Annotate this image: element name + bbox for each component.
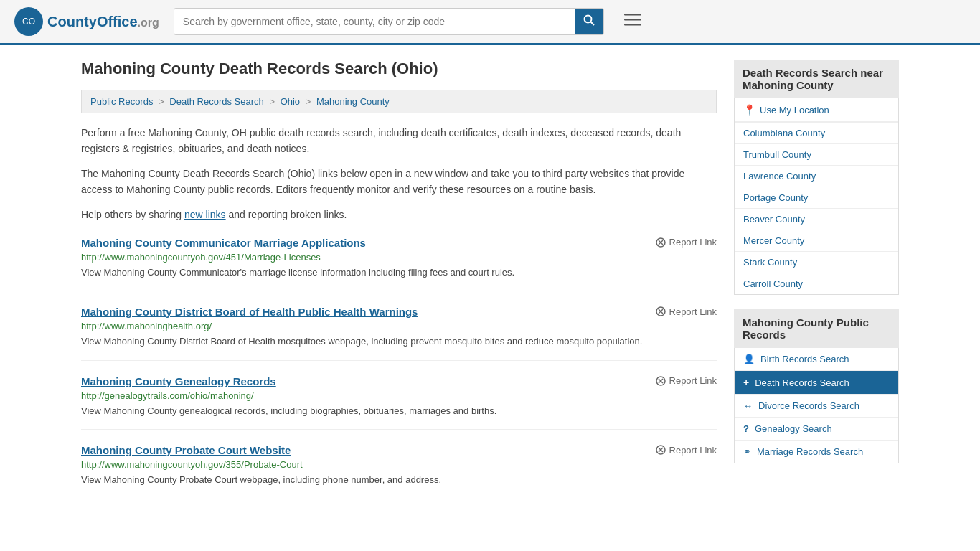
breadcrumb-death-records[interactable]: Death Records Search xyxy=(169,96,264,107)
report-icon xyxy=(655,444,666,456)
svg-point-2 xyxy=(584,16,591,23)
use-my-location-btn[interactable]: 📍 Use My Location xyxy=(735,98,898,122)
breadcrumb-ohio[interactable]: Ohio xyxy=(281,96,300,107)
logo-text: CountyOffice.org xyxy=(47,14,159,30)
hamburger-icon xyxy=(624,11,641,28)
columbiana-county-link[interactable]: Columbiana County xyxy=(735,123,898,143)
list-item[interactable]: Trumbull County xyxy=(735,144,898,166)
result-desc: View Mahoning County genealogical record… xyxy=(81,404,717,418)
nearby-header: Death Records Search near Mahoning Count… xyxy=(734,60,899,98)
marriage-records-item[interactable]: ⚭ Marriage Records Search xyxy=(735,441,898,463)
result-item: Mahoning County Genealogy Records Report… xyxy=(81,375,717,430)
genealogy-item[interactable]: ? Genealogy Search xyxy=(735,418,898,441)
search-button[interactable] xyxy=(575,9,603,34)
public-records-list: 👤 Birth Records Search + Death Records S… xyxy=(734,348,899,463)
hamburger-button[interactable] xyxy=(618,8,647,35)
result-header: Mahoning County Communicator Marriage Ap… xyxy=(81,237,717,249)
trumbull-county-link[interactable]: Trumbull County xyxy=(735,144,898,165)
marriage-records-link[interactable]: ⚭ Marriage Records Search xyxy=(735,441,898,463)
list-item[interactable]: Lawrence County xyxy=(735,166,898,187)
result-desc: View Mahoning County Communicator's marr… xyxy=(81,265,717,280)
birth-icon: 👤 xyxy=(743,354,755,364)
svg-rect-4 xyxy=(624,14,641,16)
stark-county-link[interactable]: Stark County xyxy=(735,252,898,273)
portage-county-link[interactable]: Portage County xyxy=(735,187,898,208)
result-item: Mahoning County Communicator Marriage Ap… xyxy=(81,237,717,292)
description-2: The Mahoning County Death Records Search… xyxy=(81,166,717,198)
result-title-link[interactable]: Mahoning County District Board of Health… xyxy=(81,306,418,318)
breadcrumb-mahoning[interactable]: Mahoning County xyxy=(316,96,390,107)
nearby-list: 📍 Use My Location Columbiana County Trum… xyxy=(734,98,899,295)
sidebar: Death Records Search near Mahoning Count… xyxy=(734,60,899,499)
death-records-link[interactable]: + Death Records Search xyxy=(735,371,898,394)
logo-icon: CO xyxy=(14,7,43,36)
mercer-county-link[interactable]: Mercer County xyxy=(735,230,898,251)
breadcrumb: Public Records > Death Records Search > … xyxy=(81,90,717,113)
report-icon xyxy=(655,375,666,387)
description-3: Help others by sharing new links and rep… xyxy=(81,207,717,222)
search-input[interactable] xyxy=(174,10,575,33)
result-item: Mahoning County District Board of Health… xyxy=(81,306,717,361)
result-header: Mahoning County Probate Court Website Re… xyxy=(81,444,717,456)
report-link-btn[interactable]: Report Link xyxy=(655,237,717,248)
list-item[interactable]: Carroll County xyxy=(735,273,898,294)
result-title-link[interactable]: Mahoning County Probate Court Website xyxy=(81,444,291,456)
report-link-btn[interactable]: Report Link xyxy=(655,306,717,317)
result-url: http://www.mahoningcountyoh.gov/355/Prob… xyxy=(81,459,717,470)
death-icon: + xyxy=(743,377,749,388)
location-pin-icon: 📍 xyxy=(743,104,755,116)
result-title-link[interactable]: Mahoning County Genealogy Records xyxy=(81,375,276,387)
svg-rect-6 xyxy=(624,24,641,26)
breadcrumb-sep-3: > xyxy=(306,96,314,107)
search-container xyxy=(174,8,604,35)
report-link-btn[interactable]: Report Link xyxy=(655,444,717,456)
logo-link[interactable]: CO CountyOffice.org xyxy=(14,7,159,36)
report-icon xyxy=(655,306,666,317)
page-title: Mahoning County Death Records Search (Oh… xyxy=(81,60,717,78)
description-1: Perform a free Mahoning County, OH publi… xyxy=(81,125,717,157)
use-my-location-item[interactable]: 📍 Use My Location xyxy=(735,98,898,123)
result-header: Mahoning County Genealogy Records Report… xyxy=(81,375,717,387)
report-icon xyxy=(655,237,666,248)
list-item[interactable]: Stark County xyxy=(735,252,898,273)
genealogy-icon: ? xyxy=(743,423,749,434)
marriage-icon: ⚭ xyxy=(743,446,751,457)
list-item[interactable]: Columbiana County xyxy=(735,123,898,144)
birth-records-link[interactable]: 👤 Birth Records Search xyxy=(735,348,898,370)
breadcrumb-sep-1: > xyxy=(159,96,166,107)
divorce-records-item[interactable]: ↔ Divorce Records Search xyxy=(735,395,898,418)
result-title-link[interactable]: Mahoning County Communicator Marriage Ap… xyxy=(81,237,366,249)
main-container: Mahoning County Death Records Search (Oh… xyxy=(67,45,913,514)
divorce-records-link[interactable]: ↔ Divorce Records Search xyxy=(735,395,898,417)
result-desc: View Mahoning County District Board of H… xyxy=(81,334,717,349)
report-link-btn[interactable]: Report Link xyxy=(655,375,717,387)
public-records-section: Mahoning County Public Records 👤 Birth R… xyxy=(734,309,899,463)
svg-line-3 xyxy=(590,22,594,26)
result-url: http://genealogytrails.com/ohio/mahoning… xyxy=(81,390,717,401)
nearby-section: Death Records Search near Mahoning Count… xyxy=(734,60,899,295)
breadcrumb-sep-2: > xyxy=(269,96,277,107)
birth-records-item[interactable]: 👤 Birth Records Search xyxy=(735,348,898,371)
result-header: Mahoning County District Board of Health… xyxy=(81,306,717,318)
public-records-header: Mahoning County Public Records xyxy=(734,309,899,348)
beaver-county-link[interactable]: Beaver County xyxy=(735,209,898,230)
divorce-icon: ↔ xyxy=(743,400,753,411)
list-item[interactable]: Mercer County xyxy=(735,230,898,252)
site-header: CO CountyOffice.org xyxy=(0,0,980,45)
carroll-county-link[interactable]: Carroll County xyxy=(735,273,898,294)
result-item: Mahoning County Probate Court Website Re… xyxy=(81,444,717,499)
genealogy-link[interactable]: ? Genealogy Search xyxy=(735,418,898,440)
svg-rect-5 xyxy=(624,19,641,21)
svg-text:CO: CO xyxy=(22,17,35,27)
result-url: http://www.mahoninghealth.org/ xyxy=(81,321,717,331)
search-icon xyxy=(583,14,595,26)
breadcrumb-public-records[interactable]: Public Records xyxy=(90,96,153,107)
result-desc: View Mahoning County Probate Court webpa… xyxy=(81,473,717,487)
death-records-item[interactable]: + Death Records Search xyxy=(735,371,898,395)
result-url: http://www.mahoningcountyoh.gov/451/Marr… xyxy=(81,252,717,263)
lawrence-county-link[interactable]: Lawrence County xyxy=(735,166,898,187)
list-item[interactable]: Beaver County xyxy=(735,209,898,230)
content-area: Mahoning County Death Records Search (Oh… xyxy=(81,60,717,499)
new-links-link[interactable]: new links xyxy=(184,209,226,220)
list-item[interactable]: Portage County xyxy=(735,187,898,209)
